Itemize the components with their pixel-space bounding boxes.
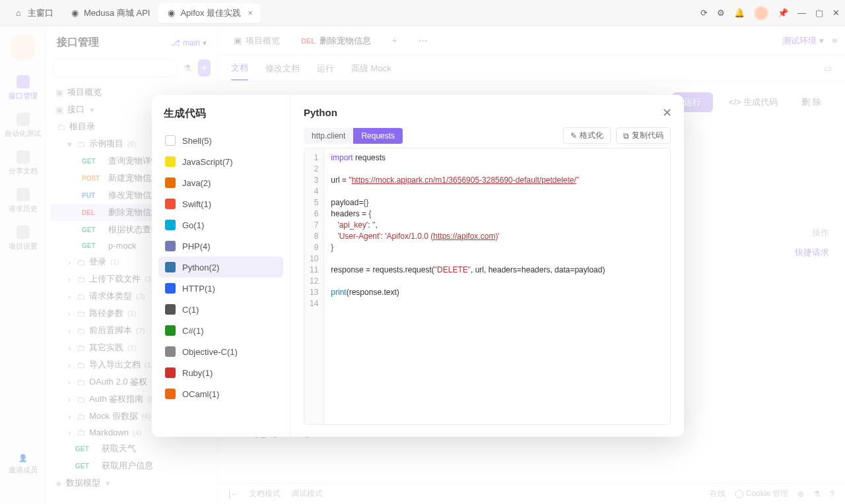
label: 复制代码 bbox=[632, 130, 663, 141]
lang-icon bbox=[165, 135, 176, 146]
home-icon: ⌂ bbox=[13, 8, 24, 18]
copy-code-button[interactable]: ⧉ 复制代码 bbox=[616, 127, 671, 144]
lang-item[interactable]: Objective-C(1) bbox=[158, 341, 283, 362]
folder-icon: 🗀 bbox=[77, 343, 85, 353]
modal-title: 生成代码 bbox=[158, 107, 283, 130]
lang-item[interactable]: JavaScript(7) bbox=[158, 151, 283, 172]
folder-label: Auth 鉴权指南 bbox=[89, 393, 143, 405]
client-tab-requests[interactable]: Requests bbox=[353, 128, 403, 144]
minimize-icon[interactable]: — bbox=[797, 8, 806, 18]
code-content: import requests url = "https://mock.apip… bbox=[324, 148, 611, 424]
lang-item[interactable]: HTTP(1) bbox=[158, 278, 283, 299]
filter2-icon[interactable]: ⚗ bbox=[813, 489, 821, 499]
gear-icon[interactable]: ⚙ bbox=[717, 8, 725, 18]
nav-share-doc[interactable]: 分享文档 bbox=[9, 150, 38, 176]
endpoint-item[interactable]: GET获取天气 bbox=[50, 440, 213, 457]
lang-item[interactable]: Ruby(1) bbox=[158, 362, 283, 383]
code-icon: </> bbox=[729, 97, 741, 107]
tab-home[interactable]: ⌂ 主窗口 bbox=[5, 3, 61, 23]
search-input[interactable] bbox=[53, 59, 177, 77]
format-button[interactable]: ✎ 格式化 bbox=[563, 127, 611, 144]
endpoint-label: p-mock bbox=[108, 241, 137, 251]
tab-more[interactable]: ⋯ bbox=[411, 32, 435, 49]
branch-icon: ⎇ bbox=[171, 38, 180, 47]
folder-icon: 🗀 bbox=[77, 360, 85, 370]
avatar[interactable] bbox=[754, 6, 768, 20]
endpoint-item[interactable]: GET获取用户信息 bbox=[50, 457, 213, 474]
refresh-icon[interactable]: ⟳ bbox=[700, 8, 708, 18]
add-icon[interactable]: ⊕ bbox=[797, 489, 804, 499]
expand-icon[interactable]: ▭ bbox=[824, 63, 832, 73]
tree-data-model[interactable]: ◈数据模型▾ bbox=[50, 474, 213, 491]
more-icon: ⋯ bbox=[419, 36, 427, 46]
label: 根目录 bbox=[69, 121, 95, 133]
filter-icon[interactable]: ⚗ bbox=[181, 61, 194, 76]
label: 项目概览 bbox=[67, 86, 102, 98]
folder-icon: 🗀 bbox=[77, 139, 85, 149]
subtab-run[interactable]: 运行 bbox=[317, 63, 334, 75]
lang-icon bbox=[165, 367, 176, 378]
lang-label: PHP(4) bbox=[182, 241, 211, 251]
folder-icon: 🗀 bbox=[77, 309, 85, 319]
close-modal-icon[interactable]: ✕ bbox=[662, 106, 672, 120]
count: (1) bbox=[127, 309, 136, 317]
subtab-doc[interactable]: 文档 bbox=[231, 62, 248, 80]
delete-button[interactable]: 删 除 bbox=[794, 92, 829, 112]
lang-item[interactable]: PHP(4) bbox=[158, 236, 283, 257]
chevron-right-icon: › bbox=[66, 309, 73, 319]
folder-icon: 🗀 bbox=[77, 394, 85, 404]
settings-icon bbox=[17, 226, 30, 239]
menu-icon[interactable]: ≡ bbox=[832, 36, 837, 46]
env-selector[interactable]: 测试环境▾ bbox=[782, 35, 824, 47]
folder-icon: 🗀 bbox=[77, 274, 85, 284]
nav-history[interactable]: 请求历史 bbox=[9, 188, 38, 214]
subtab-edit[interactable]: 修改文档 bbox=[265, 63, 300, 75]
back-icon[interactable]: |← bbox=[228, 489, 238, 499]
lang-item[interactable]: Swift(1) bbox=[158, 193, 283, 214]
cookie-mgmt[interactable]: ◯ Cookie 管理 bbox=[735, 488, 788, 499]
lang-item[interactable]: C(1) bbox=[158, 299, 283, 320]
maximize-icon[interactable]: ▢ bbox=[815, 8, 823, 18]
count: (7) bbox=[136, 327, 145, 334]
label: 生成代码 bbox=[743, 97, 778, 107]
client-tab-httpclient[interactable]: http.client bbox=[304, 128, 353, 144]
branch-selector[interactable]: ⎇main▾ bbox=[171, 38, 207, 47]
quick-request-link[interactable]: 快捷请求 bbox=[795, 247, 829, 259]
lang-item[interactable]: OCaml(1) bbox=[158, 383, 283, 404]
doc-mode-toggle[interactable]: 文档模式 bbox=[249, 488, 281, 499]
nav-invite[interactable]: 👤邀请成员 bbox=[9, 454, 38, 475]
lang-item[interactable]: Shell(5) bbox=[158, 130, 283, 151]
lang-item[interactable]: Python(2) bbox=[158, 257, 283, 278]
tab-label: Medusa 商城 API bbox=[84, 7, 150, 19]
close-icon[interactable]: × bbox=[248, 8, 253, 18]
ops-header: 操作 bbox=[795, 227, 829, 239]
bell-icon[interactable]: 🔔 bbox=[734, 8, 745, 18]
env-label: 测试环境 bbox=[782, 35, 817, 47]
lang-item[interactable]: Go(1) bbox=[158, 214, 283, 236]
help-icon[interactable]: ? bbox=[830, 489, 834, 499]
tab-overview[interactable]: ▣项目概览 bbox=[226, 31, 288, 51]
lang-label: C#(1) bbox=[182, 326, 204, 336]
gen-code-button[interactable]: </> 生成代码 bbox=[721, 92, 786, 112]
lang-item[interactable]: C#(1) bbox=[158, 320, 283, 341]
chevron-right-icon: › bbox=[66, 394, 73, 404]
method-badge: GET bbox=[82, 158, 104, 165]
nav-automation[interactable]: 自动化测试 bbox=[5, 113, 41, 139]
method-badge: GET bbox=[82, 226, 104, 234]
nav-settings[interactable]: 项目设置 bbox=[9, 226, 38, 251]
tab-apifox-best[interactable]: ◉ Apifox 最佳实践 × bbox=[158, 3, 260, 23]
nav-api-mgmt[interactable]: 接口管理 bbox=[9, 75, 38, 101]
debug-mode-toggle[interactable]: 调试模式 bbox=[291, 488, 323, 499]
subtab-mock[interactable]: 高级 Mock bbox=[351, 63, 391, 75]
folder-icon: 🗀 bbox=[77, 427, 85, 437]
add-button[interactable]: + bbox=[198, 59, 211, 77]
pin-icon[interactable]: 📌 bbox=[778, 8, 788, 18]
code-editor[interactable]: 1234567891011121314 import requests url … bbox=[304, 148, 671, 425]
language-list: 生成代码 Shell(5)JavaScript(7)Java(2)Swift(1… bbox=[152, 95, 290, 437]
tab-add[interactable]: + bbox=[384, 32, 405, 49]
lang-item[interactable]: Java(2) bbox=[158, 172, 283, 193]
tab-medusa[interactable]: ◉ Medusa 商城 API bbox=[61, 3, 158, 23]
project-logo[interactable] bbox=[11, 36, 35, 59]
close-window-icon[interactable]: ✕ bbox=[832, 8, 840, 18]
tab-current-api[interactable]: DEL删除宠物信息 bbox=[293, 31, 379, 51]
